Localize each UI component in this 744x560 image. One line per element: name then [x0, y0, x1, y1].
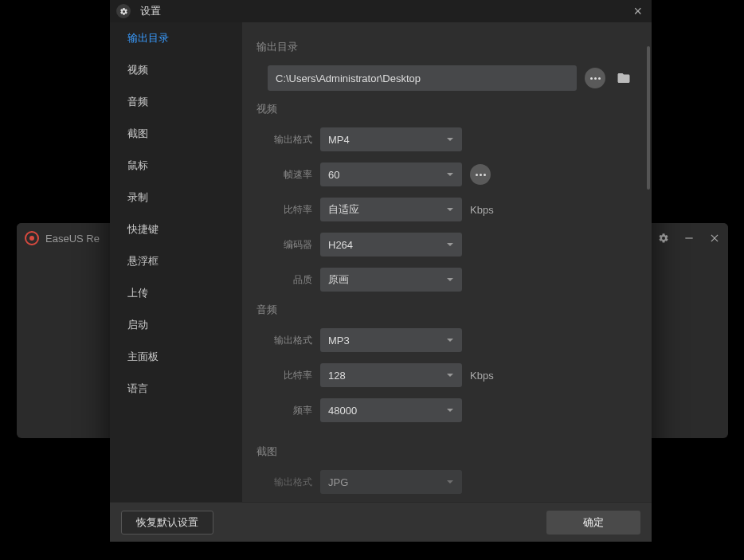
restore-defaults-button[interactable]: 恢复默认设置 [121, 511, 213, 535]
modal-close-button[interactable]: × [630, 3, 645, 20]
unit-kbps: Kbps [470, 370, 494, 382]
label-video-bitrate: 比特率 [256, 203, 312, 217]
chevron-down-icon [446, 206, 454, 213]
sidebar-item-hotkey[interactable]: 快捷键 [110, 213, 242, 245]
sidebar-item-record[interactable]: 录制 [110, 182, 242, 213]
output-path-input[interactable]: C:\Users\Administrator\Desktop [268, 65, 577, 91]
sidebar-item-mainpanel[interactable]: 主面板 [110, 341, 242, 373]
settings-sidebar: 输出目录 视频 音频 截图 鼠标 录制 快捷键 悬浮框 上传 启动 主面板 语言 [110, 22, 242, 502]
sidebar-item-language[interactable]: 语言 [110, 373, 242, 405]
select-screenshot-format[interactable]: JPG [320, 470, 462, 494]
sidebar-item-upload[interactable]: 上传 [110, 277, 242, 309]
label-screenshot-format: 输出格式 [256, 476, 312, 489]
label-audio-freq: 频率 [256, 404, 312, 417]
label-audio-format: 输出格式 [256, 334, 312, 347]
label-video-encoder: 编码器 [256, 238, 312, 252]
modal-footer: 恢复默认设置 确定 [110, 502, 652, 542]
select-video-fps[interactable]: 60 [320, 163, 462, 186]
section-title-video: 视频 [256, 102, 637, 116]
label-video-quality: 品质 [256, 273, 312, 287]
settings-icon[interactable] [658, 233, 669, 244]
sidebar-item-startup[interactable]: 启动 [110, 309, 242, 341]
label-video-format: 输出格式 [256, 133, 312, 147]
select-audio-format[interactable]: MP3 [320, 328, 462, 352]
chevron-down-icon [446, 170, 454, 178]
select-video-quality[interactable]: 原画 [320, 268, 462, 292]
sidebar-item-video[interactable]: 视频 [110, 54, 242, 86]
sidebar-item-mouse[interactable]: 鼠标 [110, 150, 242, 182]
ok-button[interactable]: 确定 [546, 511, 640, 535]
section-title-audio: 音频 [256, 303, 637, 317]
label-video-fps: 帧速率 [256, 168, 312, 182]
settings-content[interactable]: 输出目录 C:\Users\Administrator\Desktop 视频 输… [242, 22, 652, 502]
select-video-bitrate[interactable]: 自适应 [320, 198, 462, 221]
chevron-down-icon [446, 371, 454, 379]
chevron-down-icon [446, 336, 454, 344]
app-title: EaseUS Re [45, 233, 100, 245]
minimize-icon[interactable] [683, 233, 695, 244]
chevron-down-icon [446, 135, 454, 143]
chevron-down-icon [446, 406, 454, 414]
modal-title: 设置 [140, 4, 161, 18]
close-icon[interactable] [709, 233, 720, 244]
chevron-down-icon [446, 478, 454, 486]
settings-modal: 设置 × 输出目录 视频 音频 截图 鼠标 录制 快捷键 悬浮框 上传 启动 主… [110, 0, 652, 542]
select-video-encoder[interactable]: H264 [320, 233, 462, 257]
folder-icon [617, 71, 631, 85]
select-audio-freq[interactable]: 48000 [320, 398, 462, 422]
section-title-output: 输出目录 [256, 40, 637, 54]
sidebar-item-float[interactable]: 悬浮框 [110, 245, 242, 277]
chevron-down-icon [446, 276, 454, 284]
select-audio-bitrate[interactable]: 128 [320, 363, 462, 387]
chevron-down-icon [446, 241, 454, 249]
app-logo-icon [25, 231, 39, 245]
ellipsis-icon [476, 174, 486, 176]
scrollbar[interactable] [647, 46, 650, 190]
gear-icon [116, 4, 131, 18]
section-title-screenshot: 截图 [256, 444, 637, 459]
unit-kbps: Kbps [470, 204, 494, 216]
browse-button[interactable] [585, 68, 605, 88]
select-video-format[interactable]: MP4 [320, 127, 462, 151]
sidebar-item-output-dir[interactable]: 输出目录 [110, 22, 242, 54]
ellipsis-icon [590, 77, 601, 80]
label-audio-bitrate: 比特率 [256, 369, 312, 382]
sidebar-item-screenshot[interactable]: 截图 [110, 118, 242, 150]
open-folder-button[interactable] [613, 68, 634, 88]
fps-more-button[interactable] [470, 164, 491, 185]
modal-titlebar: 设置 × [110, 0, 652, 22]
sidebar-item-audio[interactable]: 音频 [110, 86, 242, 118]
